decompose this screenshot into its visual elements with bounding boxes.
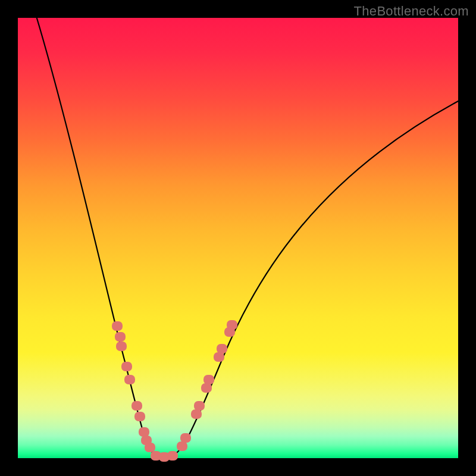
marker-dot	[180, 433, 191, 443]
marker-dot	[201, 383, 212, 393]
marker-dot	[203, 375, 214, 384]
marker-dot	[139, 427, 149, 437]
marker-dot	[191, 409, 202, 419]
marker-dot	[217, 344, 227, 353]
marker-dot	[145, 443, 155, 452]
marker-dots	[112, 320, 237, 462]
marker-dot	[167, 451, 178, 461]
chart-frame: TheBottleneck.com	[0, 0, 476, 476]
watermark-text: TheBottleneck.com	[354, 4, 469, 19]
curve-right	[164, 101, 458, 458]
marker-dot	[115, 332, 126, 342]
marker-dot	[194, 401, 205, 411]
marker-dot	[131, 401, 142, 411]
curve-layer	[18, 18, 458, 458]
curve-left	[36, 14, 164, 458]
marker-dot	[214, 352, 224, 362]
marker-dot	[121, 362, 132, 371]
marker-dot	[134, 412, 145, 421]
marker-dot	[177, 441, 187, 451]
marker-dot	[124, 375, 135, 384]
plot-area	[18, 18, 458, 458]
marker-dot	[227, 320, 237, 330]
marker-dot	[116, 342, 127, 351]
marker-dot	[112, 321, 123, 331]
